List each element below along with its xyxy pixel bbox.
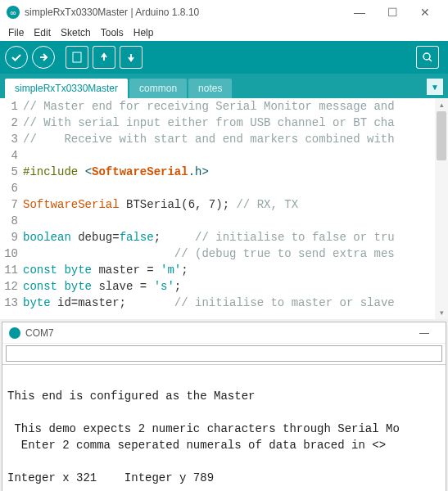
code-line: #include <SoftwareSerial.h>	[23, 164, 448, 180]
magnifier-icon	[422, 52, 433, 63]
scroll-thumb[interactable]	[437, 111, 446, 160]
code-editor[interactable]: 1// Master end for receiving Serial Moni…	[0, 98, 448, 319]
tabbar: simpleRxTx0330Master common notes ▼	[0, 74, 448, 98]
minimize-button[interactable]: —	[343, 1, 376, 24]
serial-minimize-button[interactable]: —	[419, 327, 439, 339]
menu-help[interactable]: Help	[129, 25, 159, 40]
arrow-down-icon	[126, 52, 136, 62]
line-number: 13	[0, 295, 23, 311]
menubar: File Edit Sketch Tools Help	[0, 25, 448, 41]
code-line: byte id=master; // initialise to master …	[23, 295, 448, 311]
serial-line: This end is configured as the Master	[7, 390, 255, 403]
code-line: // Master end for receiving Serial Monit…	[23, 98, 448, 115]
tab-common[interactable]: common	[129, 79, 187, 98]
serial-input-field[interactable]	[6, 345, 442, 362]
menu-edit[interactable]: Edit	[29, 25, 56, 40]
tab-notes[interactable]: notes	[188, 79, 232, 98]
arduino-app-icon: ∞	[7, 6, 20, 19]
code-line	[23, 180, 448, 196]
tab-main[interactable]: simpleRxTx0330Master	[5, 79, 128, 98]
serial-line: Integer x 321 Integer y 789	[7, 471, 214, 484]
line-number: 8	[0, 213, 23, 229]
line-number: 5	[0, 164, 23, 180]
line-number: 9	[0, 229, 23, 246]
save-button[interactable]	[120, 46, 143, 69]
code-line	[23, 213, 448, 229]
close-button[interactable]: ✕	[409, 1, 441, 24]
titlebar: ∞ simpleRxTx0330Master | Arduino 1.8.10 …	[0, 0, 448, 25]
check-icon	[11, 52, 22, 63]
serial-input-row	[2, 344, 446, 365]
line-number: 4	[0, 147, 23, 164]
line-number: 2	[0, 115, 23, 131]
tab-menu-dropdown[interactable]: ▼	[427, 79, 443, 95]
code-line: const byte master = 'm';	[23, 262, 448, 278]
menu-sketch[interactable]: Sketch	[56, 25, 96, 40]
menu-tools[interactable]: Tools	[96, 25, 129, 40]
scroll-up-icon[interactable]: ▴	[435, 98, 448, 111]
file-icon	[72, 52, 82, 63]
code-line	[23, 147, 448, 164]
serial-line: This demo expects 2 numeric characters t…	[7, 422, 400, 435]
arrow-up-icon	[99, 52, 109, 62]
line-number: 6	[0, 180, 23, 196]
line-number: 3	[0, 131, 23, 147]
new-button[interactable]	[66, 46, 88, 69]
svg-rect-0	[73, 52, 81, 62]
toolbar	[0, 41, 448, 74]
code-line: // Receive with start and end markers co…	[23, 131, 448, 147]
maximize-button[interactable]: ☐	[376, 1, 409, 24]
code-line: // With serial input either from USB cha…	[23, 115, 448, 131]
svg-point-1	[423, 53, 430, 60]
verify-button[interactable]	[5, 46, 28, 69]
line-number: 11	[0, 262, 23, 278]
code-line: boolean debug=false; // initialise to fa…	[23, 229, 448, 246]
serial-monitor-button[interactable]	[416, 46, 439, 69]
line-number: 10	[0, 246, 23, 262]
code-line: SoftwareSerial BTSerial(6, 7); // RX, TX	[23, 196, 448, 213]
editor-scrollbar[interactable]: ▴ ▾	[435, 98, 448, 319]
serial-line: Enter 2 comma seperated numerals of data…	[7, 439, 386, 452]
line-number: 7	[0, 196, 23, 213]
serial-title: COM7	[25, 327, 419, 339]
serial-monitor-window: COM7 — This end is configured as the Mas…	[2, 322, 446, 491]
serial-output: This end is configured as the Master Thi…	[2, 365, 446, 491]
arduino-app-icon	[9, 327, 20, 339]
arrow-right-icon	[38, 52, 49, 63]
upload-button[interactable]	[32, 46, 55, 69]
line-number: 12	[0, 278, 23, 295]
serial-titlebar: COM7 —	[2, 322, 446, 344]
window-title: simpleRxTx0330Master | Arduino 1.8.10	[25, 7, 343, 18]
menu-file[interactable]: File	[3, 25, 29, 40]
scroll-down-icon[interactable]: ▾	[435, 306, 448, 319]
code-line: const byte slave = 's';	[23, 278, 448, 295]
code-line: // (debug true to send extra mes	[23, 246, 448, 262]
line-number: 1	[0, 98, 23, 115]
open-button[interactable]	[93, 46, 115, 69]
